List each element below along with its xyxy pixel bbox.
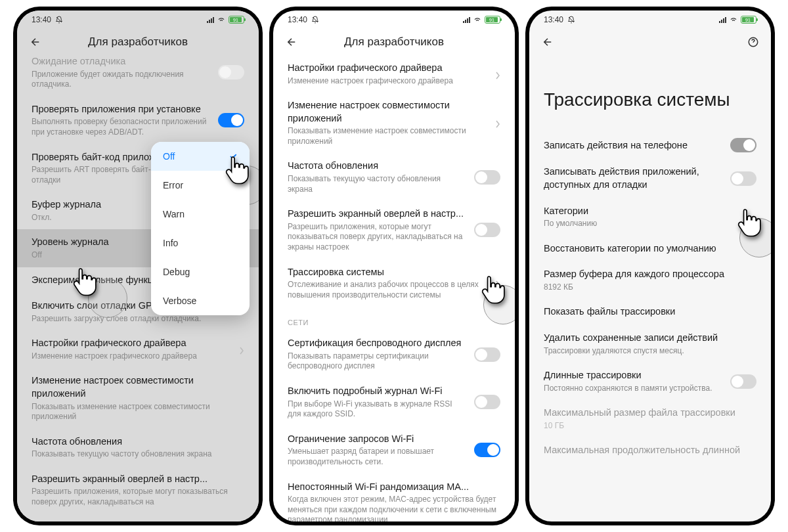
row-max-duration: Максимальная продолжительность длинной [529,437,771,464]
status-time: 13:40 [288,15,307,24]
toggle[interactable] [218,113,244,127]
row-wifi-mac-random[interactable]: Непостоянный Wi-Fi рандомизация MA... Ко… [273,474,515,521]
row-compat-settings[interactable]: Изменение настроек совместимости приложе… [17,368,259,428]
popup-option-debug[interactable]: Debug [151,257,250,286]
wifi-icon [473,14,482,26]
battery-icon: 91 [485,16,500,24]
chevron-right-icon [239,345,244,353]
status-bar: 13:40 91 [17,11,259,29]
section-header-network: СЕТИ [273,307,515,330]
status-bar: 13:40 91 [273,11,515,29]
toggle [218,65,244,79]
phone-3: 13:40 91 Трассировка системы [525,7,775,525]
row-verify-apps[interactable]: Проверять приложения при установке Выпол… [17,97,259,144]
row-categories[interactable]: Категории По умолчанию [529,198,771,236]
popup-option-info[interactable]: Info [151,229,250,257]
row-overlay[interactable]: Разрешить экранный оверлей в настр... Ра… [273,201,515,259]
wifi-icon [217,14,226,26]
toggle[interactable] [474,443,500,457]
row-max-file-size: Максимальный размер файла трассировки 10… [529,400,771,437]
row-graphics-driver[interactable]: Настройки графического драйвера Изменени… [17,330,259,368]
popup-option-off[interactable]: Off [151,142,250,171]
row-compat-settings[interactable]: Изменение настроек совместимости приложе… [273,93,515,153]
row-delete-traces[interactable]: Удалить сохраненные записи действий Трас… [529,325,771,363]
toggle[interactable] [474,347,500,362]
phone-2: 13:40 91 Для разработчиков Настройки гра… [269,7,519,525]
row-refresh-rate[interactable]: Частота обновления Показывать текущую ча… [17,429,259,466]
row-overlay[interactable]: Разрешить экранный оверлей в настр... Ра… [17,466,259,514]
check-icon [229,152,238,161]
toggle[interactable] [730,171,756,186]
toggle[interactable] [474,395,500,409]
signal-icon [207,17,214,23]
popup-option-verbose[interactable]: Verbose [151,286,250,315]
row-wireless-display-cert[interactable]: Сертификация беспроводного дисплея Показ… [273,330,515,378]
toggle[interactable] [474,223,500,237]
row-record-debuggable-apps[interactable]: Записывать действия приложений, доступны… [529,159,771,198]
page-title: Трассировка системы [529,55,771,131]
battery-icon: 91 [229,16,244,24]
header: Для разработчиков [17,29,259,55]
status-time: 13:40 [32,15,51,24]
dnd-icon [311,16,319,24]
row-graphics-driver[interactable]: Настройки графического драйвера Изменени… [273,55,515,93]
toggle[interactable] [730,374,756,389]
back-button[interactable] [541,35,554,49]
popup-option-warn[interactable]: Warn [151,200,250,229]
row-long-traces[interactable]: Длинные трассировки Постоянно сохраняютс… [529,363,771,400]
page-title: Для разработчиков [88,35,188,49]
dnd-icon [567,16,575,24]
back-button[interactable] [285,35,298,49]
row-wifi-verbose[interactable]: Включить подробный журнал Wi-Fi При выбо… [273,378,515,426]
toggle[interactable] [474,170,500,185]
row-system-tracing[interactable]: Трассировка системы Отслеживание и анали… [273,259,515,307]
chevron-right-icon [495,70,500,78]
log-level-popup: Off Error Warn Info Debug Verbose [151,142,250,315]
toggle[interactable] [730,138,756,152]
row-record-actions[interactable]: Записать действия на телефоне [529,131,771,159]
wifi-icon [729,14,738,26]
back-button[interactable] [29,35,42,49]
help-button[interactable] [747,36,759,48]
chevron-right-icon [495,119,500,127]
row-wifi-throttle[interactable]: Ограничение запросов Wi-Fi Уменьшает раз… [273,426,515,474]
ghost-circle [88,278,127,318]
row-refresh-rate[interactable]: Частота обновления Показывать текущую ча… [273,153,515,201]
row-show-traces[interactable]: Показать файлы трассировки [529,299,771,325]
signal-icon [719,17,726,23]
status-time: 13:40 [544,15,563,24]
dnd-icon [55,16,63,24]
status-bar: 13:40 91 [529,11,771,29]
signal-icon [463,17,470,23]
battery-icon: 91 [741,16,756,24]
popup-option-error[interactable]: Error [151,171,250,200]
row-wait-debugger[interactable]: Ожидание отладчика Приложение будет ожид… [17,55,259,97]
phone-1: 13:40 91 Для разработчиков Ожидание отла… [13,7,263,525]
row-buffer-size[interactable]: Размер буфера для каждого процессора 819… [529,261,771,299]
header: Для разработчиков [273,29,515,55]
row-restore-categories[interactable]: Восстановить категории по умолчанию [529,236,771,262]
page-title: Для разработчиков [344,35,444,49]
header [529,29,771,55]
